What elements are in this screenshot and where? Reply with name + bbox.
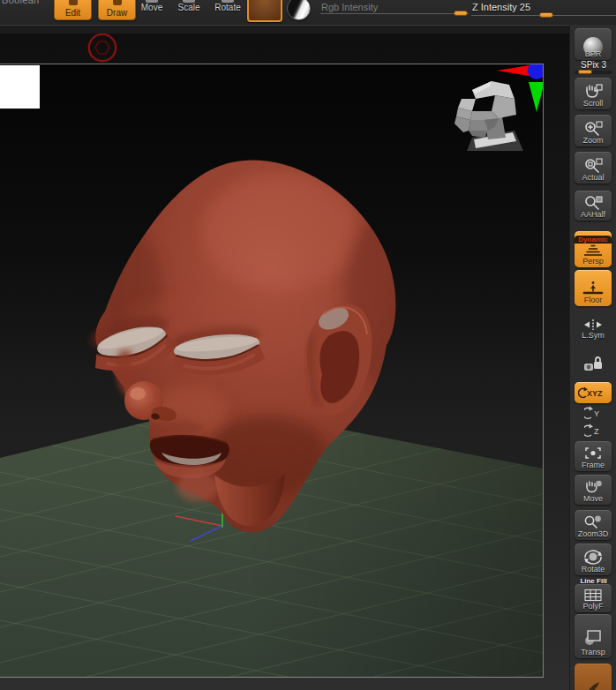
magnifier-sphere-icon (582, 514, 604, 529)
magnifier-half-icon (582, 195, 604, 210)
toolbar-separator (0, 25, 569, 34)
line-fill-label: Line Fill (570, 577, 616, 585)
wire-grid-icon (582, 589, 604, 602)
rotate-button[interactable]: Rotate (575, 544, 612, 575)
material-orb-icon[interactable] (287, 0, 311, 20)
zoom3d-button[interactable]: Zoom3D (575, 510, 612, 540)
camera-lock-icon (582, 353, 605, 376)
move-tool-button[interactable]: Move (134, 0, 169, 19)
perspective-lines-icon (582, 244, 604, 257)
polyf-button[interactable]: PolyF (575, 584, 612, 612)
scale-tool-button[interactable]: Scale (171, 0, 207, 19)
rotate-tool-button[interactable]: Rotate (208, 0, 247, 19)
rotate-z-button[interactable]: Z (570, 423, 616, 442)
rotate-y-button[interactable]: Y (570, 405, 616, 424)
svg-text:Y: Y (594, 409, 599, 418)
floor-button[interactable]: Floor (575, 270, 612, 306)
rotate-xyz-icon: XYZ (578, 386, 608, 400)
rotate-z-icon: Z (584, 423, 604, 439)
rgb-intensity-slider[interactable]: Rgb Intensity (320, 0, 469, 21)
magnifier-actual-icon (582, 157, 604, 173)
axis-y-arrow (529, 82, 543, 112)
symmetry-arrows-icon (582, 319, 604, 331)
rgb-intensity-handle[interactable] (454, 11, 468, 16)
rotate-sphere-icon (582, 549, 604, 565)
aahalf-button[interactable]: AAHalf (575, 191, 612, 221)
actual-button[interactable]: Actual (575, 152, 612, 184)
rotate-xyz-button[interactable]: XYZ (575, 382, 612, 403)
transp-button[interactable]: Transp (575, 614, 612, 658)
spix-slider[interactable]: SPix 3 (573, 60, 614, 76)
edit-button[interactable]: Edit (54, 0, 92, 20)
hand-sphere-icon (582, 479, 604, 494)
transparency-icon (582, 628, 604, 648)
spix-handle[interactable] (578, 70, 592, 74)
edit-icon (69, 0, 78, 5)
z-intensity-slider[interactable]: Z Intensity 25 (471, 0, 616, 21)
lsym-button[interactable]: L.Sym (575, 314, 612, 341)
rgb-intensity-track (320, 13, 469, 14)
axis-z-dot (528, 64, 543, 79)
dynamic-tag: Dynamic (575, 236, 612, 244)
right-shelf: BPR SPix 3 Scroll Zoom (569, 25, 616, 690)
tool-preview-head (454, 81, 523, 151)
zbrush-window: Boolean Edit Draw Move Scale Rotate Rgb … (0, 0, 616, 690)
draw-button[interactable]: Draw (98, 0, 136, 20)
ghost-button[interactable] (575, 664, 612, 690)
frame-button[interactable]: Frame (575, 441, 612, 471)
hand-icon (582, 83, 604, 99)
floor-elevation-icon (582, 281, 604, 296)
bpr-button[interactable]: BPR (575, 28, 612, 60)
z-intensity-handle[interactable] (539, 12, 553, 18)
ghost-brush-icon (582, 679, 604, 690)
svg-text:XYZ: XYZ (587, 389, 603, 398)
scene-3d[interactable] (0, 64, 543, 678)
boolean-label: Boolean (2, 0, 39, 5)
local-transform-button[interactable] (575, 346, 612, 378)
persp-button[interactable]: Dynamic Persp (575, 231, 612, 267)
svg-text:Z: Z (594, 427, 599, 436)
stroke-preview-button[interactable] (247, 0, 282, 22)
magnifier-plus-icon (582, 120, 604, 136)
frame-corners-icon (582, 446, 604, 461)
zoom-button[interactable]: Zoom (575, 115, 612, 146)
move-button[interactable]: Move (575, 475, 612, 505)
top-toolbar: Boolean Edit Draw Move Scale Rotate Rgb … (0, 0, 616, 25)
document-canvas[interactable] (0, 64, 544, 678)
rotate-y-icon: Y (584, 405, 604, 421)
viewport-area[interactable] (0, 34, 569, 690)
scroll-button[interactable]: Scroll (575, 78, 612, 109)
white-swatch (0, 65, 40, 109)
brush-cursor-ring (86, 34, 118, 64)
draw-icon (113, 0, 122, 5)
